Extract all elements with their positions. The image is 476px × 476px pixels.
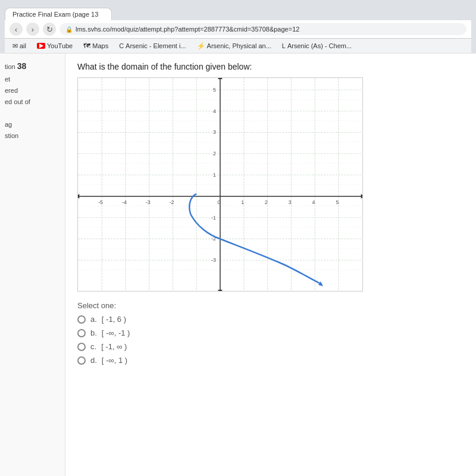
xlabel-n3: -3 bbox=[146, 199, 151, 205]
ylabel-4: 4 bbox=[213, 108, 216, 114]
bookmark-ail[interactable]: ✉ ail bbox=[10, 41, 29, 51]
xlabel-1: 1 bbox=[241, 199, 244, 205]
bookmark-arsenic2-label: Arsenic, Physical an... bbox=[207, 42, 271, 49]
sidebar-stion-label: stion bbox=[5, 132, 18, 139]
ylabel-n3: -3 bbox=[211, 257, 216, 263]
back-button[interactable]: ‹ bbox=[10, 23, 23, 36]
option-d[interactable]: d. [ -∞, 1 ) bbox=[77, 356, 464, 365]
xlabel-n4: -4 bbox=[122, 199, 127, 205]
option-c[interactable]: c. [ -1, ∞ ) bbox=[77, 342, 464, 351]
bookmark-maps-label: Maps bbox=[92, 42, 108, 49]
option-a-value: [ -1, 6 ) bbox=[102, 315, 126, 324]
bookmark-youtube[interactable]: YouTube bbox=[34, 41, 76, 51]
bookmark-arsenic1[interactable]: C Arsenic - Element i... bbox=[116, 41, 189, 51]
main-content: What is the domain of the function given… bbox=[65, 54, 476, 476]
y-axis-arrow-down bbox=[218, 290, 223, 291]
radio-c[interactable] bbox=[77, 343, 86, 351]
maps-icon: 🗺 bbox=[83, 42, 90, 50]
bookmark-arsenic2[interactable]: ⚡ Arsenic, Physical an... bbox=[194, 41, 274, 51]
ylabel-5: 5 bbox=[213, 87, 216, 93]
browser-tabs: Practice Final Exam (page 13 bbox=[5, 4, 471, 20]
bookmark-maps[interactable]: 🗺 Maps bbox=[80, 40, 111, 51]
sidebar-edoutof-label: ed out of bbox=[5, 98, 30, 105]
xlabel-n5: -5 bbox=[98, 199, 103, 205]
mail-icon: ✉ bbox=[12, 42, 18, 50]
link-icon: L bbox=[282, 42, 286, 49]
docs-icon: ⚡ bbox=[197, 42, 205, 50]
option-c-label: c. bbox=[90, 342, 96, 351]
ylabel-2: 2 bbox=[213, 151, 216, 156]
sidebar-ag: ag bbox=[5, 120, 60, 129]
xlabel-2: 2 bbox=[265, 199, 268, 205]
youtube-icon bbox=[37, 43, 45, 49]
option-a-label: a. bbox=[90, 315, 97, 324]
sidebar-ered-label: ered bbox=[5, 87, 18, 94]
radio-a[interactable] bbox=[77, 315, 86, 324]
option-d-label: d. bbox=[90, 356, 97, 365]
xlabel-3: 3 bbox=[289, 199, 292, 205]
ylabel-n1: -1 bbox=[211, 215, 216, 221]
option-b-value: [ -∞, -1 ) bbox=[102, 328, 130, 337]
graph-container: -5 -4 -3 -2 0 1 2 3 4 5 5 4 3 2 1 -1 -2 … bbox=[77, 77, 363, 292]
option-d-value: [ -∞, 1 ) bbox=[102, 356, 127, 365]
radio-b[interactable] bbox=[77, 329, 86, 337]
bookmark-arsenic3-label: Arsenic (As) - Chem... bbox=[287, 42, 352, 49]
radio-d[interactable] bbox=[77, 356, 86, 365]
lock-icon: 🔒 bbox=[65, 26, 73, 33]
address-bar[interactable]: 🔒 lms.svhs.co/mod/quiz/attempt.php?attem… bbox=[60, 23, 466, 35]
sidebar-question-prefix: tion 38 bbox=[5, 61, 60, 73]
sidebar-edoutof: ed out of bbox=[5, 98, 60, 107]
reload-button[interactable]: ↻ bbox=[43, 23, 56, 36]
y-axis-arrow-up bbox=[218, 78, 223, 79]
option-a[interactable]: a. [ -1, 6 ) bbox=[77, 315, 464, 324]
bookmark-ail-label: ail bbox=[20, 42, 26, 49]
chrome-icon: C bbox=[119, 42, 124, 49]
xlabel-n2: -2 bbox=[169, 199, 174, 205]
sidebar-ag-label: ag bbox=[5, 121, 12, 128]
sidebar-ered: ered bbox=[5, 86, 60, 95]
sidebar: tion 38 et ered ed out of ag stion bbox=[0, 54, 65, 476]
graph-svg: -5 -4 -3 -2 0 1 2 3 4 5 5 4 3 2 1 -1 -2 … bbox=[78, 78, 362, 291]
forward-button[interactable]: › bbox=[26, 23, 39, 36]
ylabel-3: 3 bbox=[213, 129, 216, 135]
xlabel-5: 5 bbox=[336, 199, 339, 205]
sidebar-stion: stion bbox=[5, 131, 60, 140]
question-text: What is the domain of the function given… bbox=[77, 62, 464, 71]
option-b-label: b. bbox=[90, 328, 97, 337]
browser-chrome: Practice Final Exam (page 13 ‹ › ↻ 🔒 lms… bbox=[0, 0, 476, 54]
active-tab[interactable]: Practice Final Exam (page 13 bbox=[5, 8, 112, 20]
sidebar-et-label: et bbox=[5, 76, 10, 83]
bookmarks-bar: ✉ ail YouTube 🗺 Maps C Arsenic - Element… bbox=[5, 39, 471, 54]
xlabel-0: 0 bbox=[218, 199, 221, 205]
bookmark-youtube-label: YouTube bbox=[47, 42, 73, 49]
omnibox-bar: ‹ › ↻ 🔒 lms.svhs.co/mod/quiz/attempt.php… bbox=[5, 20, 471, 39]
xlabel-4: 4 bbox=[312, 199, 315, 205]
bookmark-arsenic3[interactable]: L Arsenic (As) - Chem... bbox=[279, 41, 355, 51]
option-b[interactable]: b. [ -∞, -1 ) bbox=[77, 328, 464, 337]
tab-title: Practice Final Exam (page 13 bbox=[12, 11, 98, 18]
question-prefix-text: tion bbox=[5, 63, 15, 70]
select-one-label: Select one: bbox=[77, 301, 464, 310]
ylabel-1: 1 bbox=[213, 172, 216, 178]
sidebar-et: et bbox=[5, 75, 60, 84]
page-content: tion 38 et ered ed out of ag stion What … bbox=[0, 54, 476, 476]
bookmark-arsenic1-label: Arsenic - Element i... bbox=[126, 42, 186, 49]
option-c-value: [ -1, ∞ ) bbox=[101, 342, 127, 351]
url-text: lms.svhs.co/mod/quiz/attempt.php?attempt… bbox=[76, 26, 299, 33]
question-number: 38 bbox=[17, 61, 27, 71]
